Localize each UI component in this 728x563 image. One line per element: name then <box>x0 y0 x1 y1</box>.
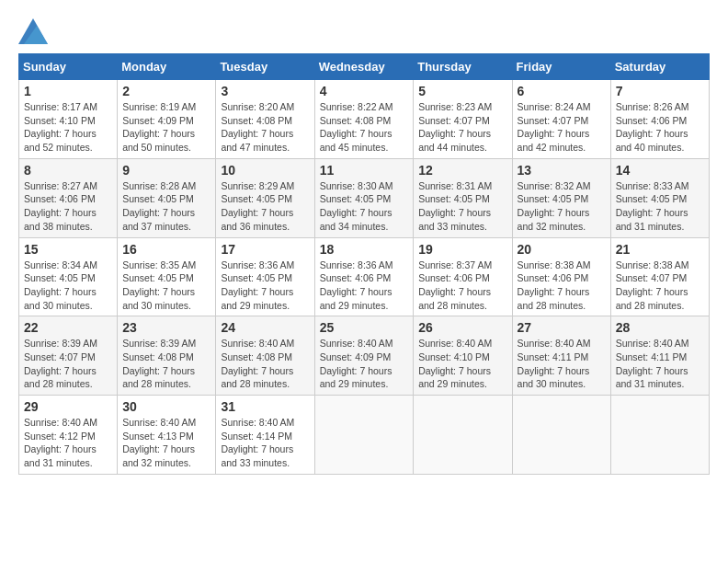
calendar-cell: 6Sunrise: 8:24 AMSunset: 4:07 PMDaylight… <box>512 80 610 159</box>
day-info: Sunrise: 8:36 AMSunset: 4:06 PMDaylight:… <box>320 259 409 313</box>
day-info: Sunrise: 8:20 AMSunset: 4:08 PMDaylight:… <box>221 100 309 155</box>
calendar-cell: 21Sunrise: 8:38 AMSunset: 4:07 PMDayligh… <box>610 237 709 316</box>
day-info: Sunrise: 8:40 AMSunset: 4:14 PMDaylight:… <box>221 416 309 470</box>
calendar-cell: 30Sunrise: 8:40 AMSunset: 4:13 PMDayligh… <box>118 396 216 475</box>
day-info: Sunrise: 8:22 AMSunset: 4:08 PMDaylight:… <box>320 100 409 155</box>
header-monday: Monday <box>118 54 216 80</box>
calendar-cell: 31Sunrise: 8:40 AMSunset: 4:14 PMDayligh… <box>216 396 314 475</box>
calendar-cell: 2Sunrise: 8:19 AMSunset: 4:09 PMDaylight… <box>118 80 216 159</box>
day-info: Sunrise: 8:35 AMSunset: 4:05 PMDaylight:… <box>122 259 210 313</box>
day-info: Sunrise: 8:30 AMSunset: 4:05 PMDaylight:… <box>320 179 409 234</box>
calendar-cell <box>610 396 709 475</box>
calendar-week-4: 22Sunrise: 8:39 AMSunset: 4:07 PMDayligh… <box>19 316 710 396</box>
day-number: 2 <box>122 84 210 98</box>
calendar-cell <box>414 396 512 475</box>
day-number: 25 <box>320 320 409 335</box>
calendar-cell: 8Sunrise: 8:27 AMSunset: 4:06 PMDaylight… <box>19 158 118 237</box>
day-info: Sunrise: 8:26 AMSunset: 4:06 PMDaylight:… <box>616 100 704 155</box>
calendar-cell: 26Sunrise: 8:40 AMSunset: 4:10 PMDayligh… <box>414 316 512 396</box>
day-number: 29 <box>24 399 112 414</box>
day-info: Sunrise: 8:23 AMSunset: 4:07 PMDaylight:… <box>418 100 506 155</box>
day-info: Sunrise: 8:40 AMSunset: 4:09 PMDaylight:… <box>320 337 409 391</box>
day-number: 15 <box>24 242 112 257</box>
day-info: Sunrise: 8:33 AMSunset: 4:05 PMDaylight:… <box>616 179 704 234</box>
day-number: 26 <box>418 320 506 335</box>
calendar-cell: 16Sunrise: 8:35 AMSunset: 4:05 PMDayligh… <box>118 237 216 316</box>
day-info: Sunrise: 8:24 AMSunset: 4:07 PMDaylight:… <box>518 100 606 155</box>
day-number: 11 <box>320 163 409 178</box>
calendar-cell: 1Sunrise: 8:17 AMSunset: 4:10 PMDaylight… <box>19 80 118 159</box>
day-info: Sunrise: 8:36 AMSunset: 4:05 PMDaylight:… <box>221 259 309 313</box>
day-number: 4 <box>320 84 409 98</box>
day-info: Sunrise: 8:39 AMSunset: 4:08 PMDaylight:… <box>122 337 210 391</box>
header-thursday: Thursday <box>414 54 512 80</box>
header-tuesday: Tuesday <box>216 54 314 80</box>
calendar-cell: 17Sunrise: 8:36 AMSunset: 4:05 PMDayligh… <box>216 237 314 316</box>
day-number: 7 <box>616 84 704 98</box>
day-number: 19 <box>418 242 506 257</box>
day-number: 23 <box>122 320 210 335</box>
day-info: Sunrise: 8:40 AMSunset: 4:11 PMDaylight:… <box>616 337 704 391</box>
calendar-cell: 11Sunrise: 8:30 AMSunset: 4:05 PMDayligh… <box>314 158 414 237</box>
calendar-table: SundayMondayTuesdayWednesdayThursdayFrid… <box>18 53 710 475</box>
day-info: Sunrise: 8:38 AMSunset: 4:07 PMDaylight:… <box>616 259 704 313</box>
day-number: 3 <box>221 84 309 98</box>
day-number: 24 <box>221 320 309 335</box>
day-info: Sunrise: 8:38 AMSunset: 4:06 PMDaylight:… <box>518 259 606 313</box>
day-number: 28 <box>616 320 704 335</box>
day-info: Sunrise: 8:40 AMSunset: 4:13 PMDaylight:… <box>122 416 210 470</box>
header-friday: Friday <box>512 54 610 80</box>
day-info: Sunrise: 8:27 AMSunset: 4:06 PMDaylight:… <box>24 179 112 234</box>
day-info: Sunrise: 8:32 AMSunset: 4:05 PMDaylight:… <box>518 179 606 234</box>
calendar-cell: 3Sunrise: 8:20 AMSunset: 4:08 PMDaylight… <box>216 80 314 159</box>
calendar-cell: 5Sunrise: 8:23 AMSunset: 4:07 PMDaylight… <box>414 80 512 159</box>
day-number: 31 <box>221 399 309 414</box>
day-info: Sunrise: 8:34 AMSunset: 4:05 PMDaylight:… <box>24 259 112 313</box>
day-number: 6 <box>518 84 606 98</box>
calendar-cell: 4Sunrise: 8:22 AMSunset: 4:08 PMDaylight… <box>314 80 414 159</box>
calendar-cell: 24Sunrise: 8:40 AMSunset: 4:08 PMDayligh… <box>216 316 314 396</box>
calendar-cell: 7Sunrise: 8:26 AMSunset: 4:06 PMDaylight… <box>610 80 709 159</box>
logo <box>18 18 51 44</box>
calendar-cell: 23Sunrise: 8:39 AMSunset: 4:08 PMDayligh… <box>118 316 216 396</box>
day-info: Sunrise: 8:19 AMSunset: 4:09 PMDaylight:… <box>122 100 210 155</box>
day-number: 18 <box>320 242 409 257</box>
page-header <box>18 18 710 44</box>
calendar-cell: 20Sunrise: 8:38 AMSunset: 4:06 PMDayligh… <box>512 237 610 316</box>
calendar-cell: 10Sunrise: 8:29 AMSunset: 4:05 PMDayligh… <box>216 158 314 237</box>
calendar-cell <box>512 396 610 475</box>
calendar-week-3: 15Sunrise: 8:34 AMSunset: 4:05 PMDayligh… <box>19 237 710 316</box>
day-info: Sunrise: 8:39 AMSunset: 4:07 PMDaylight:… <box>24 337 112 391</box>
day-info: Sunrise: 8:40 AMSunset: 4:10 PMDaylight:… <box>418 337 506 391</box>
calendar-cell <box>314 396 414 475</box>
header-wednesday: Wednesday <box>314 54 414 80</box>
day-number: 10 <box>221 163 309 178</box>
calendar-cell: 28Sunrise: 8:40 AMSunset: 4:11 PMDayligh… <box>610 316 709 396</box>
calendar-cell: 13Sunrise: 8:32 AMSunset: 4:05 PMDayligh… <box>512 158 610 237</box>
day-number: 16 <box>122 242 210 257</box>
calendar-cell: 25Sunrise: 8:40 AMSunset: 4:09 PMDayligh… <box>314 316 414 396</box>
day-number: 14 <box>616 163 704 178</box>
calendar-week-1: 1Sunrise: 8:17 AMSunset: 4:10 PMDaylight… <box>19 80 710 159</box>
calendar-cell: 14Sunrise: 8:33 AMSunset: 4:05 PMDayligh… <box>610 158 709 237</box>
day-number: 12 <box>418 163 506 178</box>
day-info: Sunrise: 8:31 AMSunset: 4:05 PMDaylight:… <box>418 179 506 234</box>
day-info: Sunrise: 8:28 AMSunset: 4:05 PMDaylight:… <box>122 179 210 234</box>
day-number: 21 <box>616 242 704 257</box>
calendar-week-5: 29Sunrise: 8:40 AMSunset: 4:12 PMDayligh… <box>19 396 710 475</box>
day-number: 17 <box>221 242 309 257</box>
day-info: Sunrise: 8:40 AMSunset: 4:12 PMDaylight:… <box>24 416 112 470</box>
day-number: 5 <box>418 84 506 98</box>
day-number: 13 <box>518 163 606 178</box>
header-sunday: Sunday <box>19 54 118 80</box>
day-number: 27 <box>518 320 606 335</box>
calendar-cell: 27Sunrise: 8:40 AMSunset: 4:11 PMDayligh… <box>512 316 610 396</box>
calendar-cell: 18Sunrise: 8:36 AMSunset: 4:06 PMDayligh… <box>314 237 414 316</box>
calendar-header-row: SundayMondayTuesdayWednesdayThursdayFrid… <box>19 54 710 80</box>
day-info: Sunrise: 8:37 AMSunset: 4:06 PMDaylight:… <box>418 259 506 313</box>
calendar-cell: 22Sunrise: 8:39 AMSunset: 4:07 PMDayligh… <box>19 316 118 396</box>
logo-icon <box>18 18 48 44</box>
calendar-cell: 9Sunrise: 8:28 AMSunset: 4:05 PMDaylight… <box>118 158 216 237</box>
day-number: 30 <box>122 399 210 414</box>
calendar-cell: 12Sunrise: 8:31 AMSunset: 4:05 PMDayligh… <box>414 158 512 237</box>
